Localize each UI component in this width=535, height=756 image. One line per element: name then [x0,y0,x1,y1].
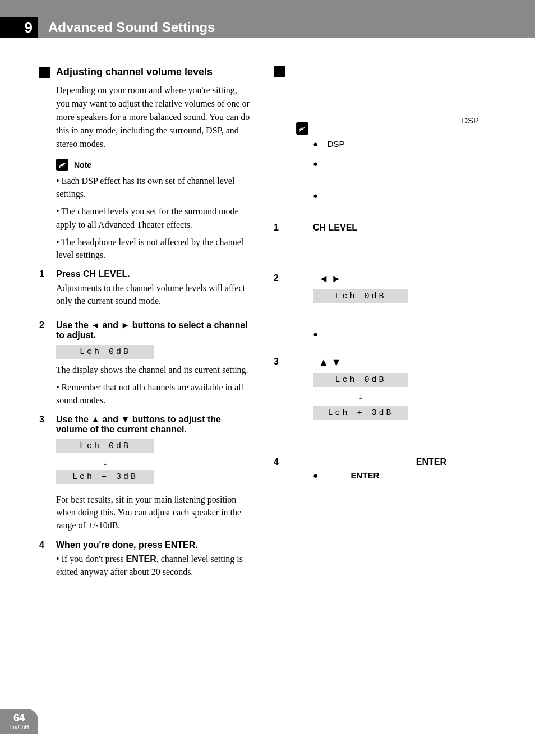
right-step-3: 3 ▲ ▼ [274,357,486,368]
right-step-2: 2 ◄ ► [274,273,486,285]
step-number-4: 4 [39,540,56,583]
step-4-heading: When you're done, press ENTER. [56,540,251,550]
step-3-after: For best results, sit in your main liste… [56,493,251,532]
step-3-lcd-a: Lch 0dB [56,439,154,453]
right-step-4-enter-bold: ENTER [350,471,379,480]
section-marker-icon [39,67,50,78]
page-footer: 64 En/ChH [0,709,38,734]
right-step-1-label: CH LEVEL [313,223,357,233]
chapter-number: 9 [0,17,38,38]
right-step-2-lcd: Lch 0dB [313,289,408,303]
right-bullet-2: ● [313,159,486,168]
step-4-bullet: • If you don't press ENTER, channel leve… [56,552,251,578]
page-language: En/ChH [9,724,29,730]
right-step-4-bullet: ● ENTER [313,471,486,480]
step-2-bullet: • Remember that not all channels are ava… [56,381,251,407]
right-bullet-dsp: ● DSP [313,139,486,149]
chapter-header: 9 Advanced Sound Settings [0,17,535,38]
right-note-header [296,122,486,135]
right-dsp-top-label: DSP [462,116,479,125]
right-step-3-lcd-b: Lch + 3dB [313,406,408,420]
right-step-2-bullet: ● [313,329,486,339]
right-step-3-arrows: ▲ ▼ [319,357,342,368]
step-3: 3 Use the ▲ and ▼ buttons to adjust the … [39,414,251,437]
right-step-4: 4 ENTER [274,457,486,467]
note-label: Note [74,160,91,169]
step-4-enter-bold: ENTER [126,554,156,564]
step-2-heading: Use the ◄ and ► buttons to select a chan… [56,320,251,340]
right-step-4-number: 4 [274,457,296,467]
left-column: Adjusting channel volume levels Dependin… [39,66,262,583]
right-step-3-number: 3 [274,357,296,368]
right-step-2-arrows: ◄ ► [319,273,342,285]
right-bullet-dsp-label: DSP [328,139,345,149]
chapter-header-fill [257,17,535,38]
page-content: Adjusting channel volume levels Dependin… [0,38,535,583]
note-icon [296,122,308,135]
step-2: 2 Use the ◄ and ► buttons to select a ch… [39,320,251,343]
note-header: Note [56,159,251,171]
right-step-1-number: 1 [274,223,296,233]
step-3-heading: Use the ▲ and ▼ buttons to adjust the vo… [56,414,251,435]
step-2-lcd: Lch 0dB [56,345,154,359]
step-number-1: 1 [39,269,56,312]
right-section-marker-icon [274,66,285,77]
intro-paragraph: Depending on your room and where you're … [56,84,251,151]
step-3-lcd-b: Lch + 3dB [56,470,154,484]
right-step-1: 1 CH LEVEL [274,223,486,233]
right-step-3-arrow-down: ↓ [313,391,408,402]
right-step-3-lcd-a: Lch 0dB [313,373,408,387]
section-heading: Adjusting channel volume levels [56,66,213,78]
step-2-after: The display shows the channel and its cu… [56,363,251,376]
note-bullet-2: • The channel levels you set for the sur… [56,205,251,231]
step-3-arrow: ↓ [56,458,154,468]
step-4: 4 When you're done, press ENTER. • If yo… [39,540,251,583]
note-bullet-1: • Each DSP effect has its own set of cha… [56,174,251,200]
chapter-title: Advanced Sound Settings [38,17,257,38]
step-1-text: Adjustments to the channel volume levels… [56,282,251,307]
section-heading-row: Adjusting channel volume levels [39,66,251,78]
step-1-heading: Press CH LEVEL. [56,269,251,279]
step-number-3: 3 [39,414,56,437]
step-number-2: 2 [39,320,56,343]
right-bullet-3: ● [313,191,486,200]
step-4-bullet-prefix: • If you don't press [56,554,126,564]
right-step-4-enter: ENTER [416,457,446,467]
page-number: 64 [13,712,25,724]
right-step-2-number: 2 [274,273,296,285]
note-icon [56,159,68,171]
note-bullet-3: • The headphone level is not affected by… [56,236,251,261]
top-gray-bar [0,0,535,17]
right-column: ● DSP ● ● 1 CH LEVEL 2 ◄ ► Lch 0dB ● 3 ▲… [262,66,486,583]
step-1: 1 Press CH LEVEL. Adjustments to the cha… [39,269,251,312]
